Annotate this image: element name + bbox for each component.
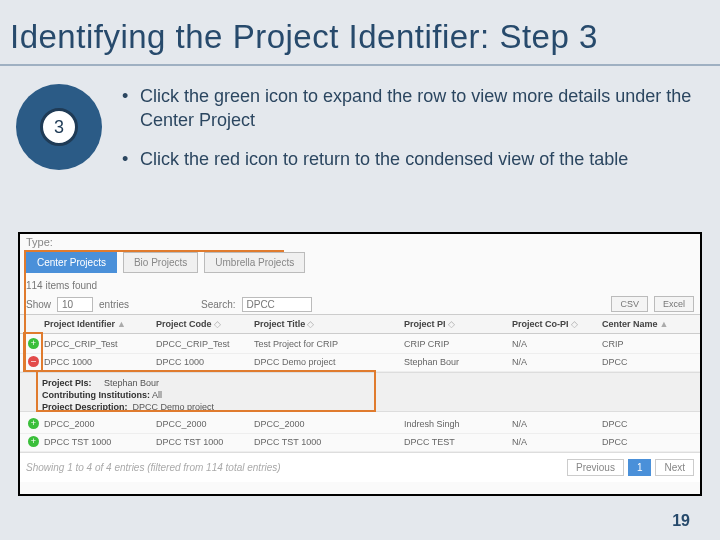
expanded-detail: Project PIs: Stephan Bour Contributing I… [20, 372, 700, 412]
table-row: – DPCC 1000 DPCC 1000 DPCC Demo project … [20, 352, 700, 372]
table-row: + DPCC_2000 DPCC_2000 DPCC_2000 Indresh … [20, 414, 700, 434]
detail-inst-value: All [152, 390, 162, 400]
col-project-identifier[interactable]: Project Identifier [44, 319, 115, 329]
cell-pi: Stephan Bour [404, 357, 512, 367]
col-project-pi[interactable]: Project PI [404, 319, 446, 329]
table-controls: Show 10 entries Search: DPCC CSV Excel [20, 296, 700, 312]
cell-title: DPCC TST 1000 [254, 437, 404, 447]
cell-center: DPCC [602, 419, 694, 429]
footer-info: Showing 1 to 4 of 4 entries (filtered fr… [26, 462, 281, 473]
search-label: Search: [201, 299, 235, 310]
col-center-name[interactable]: Center Name [602, 319, 658, 329]
type-label: Type: [26, 236, 53, 248]
cell-code: DPCC TST 1000 [156, 437, 254, 447]
detail-desc-value: DPCC Demo project [133, 402, 215, 412]
search-input[interactable]: DPCC [242, 297, 312, 312]
export-csv-button[interactable]: CSV [611, 296, 648, 312]
cell-title: DPCC_2000 [254, 419, 404, 429]
tab-bar: Center Projects Bio Projects Umbrella Pr… [26, 252, 305, 273]
tab-bio-projects[interactable]: Bio Projects [123, 252, 198, 273]
cell-copi: N/A [512, 357, 602, 367]
items-found-label: 114 items found [26, 280, 97, 291]
cell-title: Test Project for CRIP [254, 339, 404, 349]
pager: Previous 1 Next [567, 459, 694, 476]
cell-pi: CRIP CRIP [404, 339, 512, 349]
table-footer: Showing 1 to 4 of 4 entries (filtered fr… [20, 452, 700, 482]
cell-title: DPCC Demo project [254, 357, 404, 367]
cell-center: CRIP [602, 339, 694, 349]
slide-title: Identifying the Project Identifier: Step… [0, 0, 720, 64]
title-rule [0, 64, 720, 66]
tab-umbrella-projects[interactable]: Umbrella Projects [204, 252, 305, 273]
cell-code: DPCC_CRIP_Test [156, 339, 254, 349]
pager-prev[interactable]: Previous [567, 459, 624, 476]
cell-id: DPCC 1000 [44, 357, 156, 367]
show-label: Show [26, 299, 51, 310]
col-project-title[interactable]: Project Title [254, 319, 305, 329]
screenshot-panel: Type: Center Projects Bio Projects Umbre… [18, 232, 702, 496]
cell-copi: N/A [512, 419, 602, 429]
page-number: 19 [672, 512, 690, 530]
bullet-item: Click the red icon to return to the cond… [122, 147, 700, 171]
cell-pi: Indresh Singh [404, 419, 512, 429]
detail-pis-value: Stephan Bour [104, 378, 159, 388]
intro-row: 3 Click the green icon to expand the row… [0, 76, 720, 193]
cell-id: DPCC_2000 [44, 419, 156, 429]
pager-page-1[interactable]: 1 [628, 459, 652, 476]
page-size-select[interactable]: 10 [57, 297, 93, 312]
cell-copi: N/A [512, 339, 602, 349]
cell-code: DPCC 1000 [156, 357, 254, 367]
table-row: + DPCC_CRIP_Test DPCC_CRIP_Test Test Pro… [20, 334, 700, 354]
tab-center-projects[interactable]: Center Projects [26, 252, 117, 273]
col-project-copi[interactable]: Project Co-PI [512, 319, 569, 329]
entries-label: entries [99, 299, 129, 310]
bullet-item: Click the green icon to expand the row t… [122, 84, 700, 133]
detail-desc-label: Project Description: [42, 402, 128, 412]
cell-center: DPCC [602, 437, 694, 447]
export-excel-button[interactable]: Excel [654, 296, 694, 312]
expand-icon[interactable]: + [28, 418, 39, 429]
pager-next[interactable]: Next [655, 459, 694, 476]
step-badge: 3 [16, 84, 102, 170]
cell-code: DPCC_2000 [156, 419, 254, 429]
cell-id: DPCC_CRIP_Test [44, 339, 156, 349]
table-header: Project Identifier▲ Project Code◇ Projec… [20, 314, 700, 334]
bullet-list: Click the green icon to expand the row t… [122, 84, 700, 185]
collapse-icon[interactable]: – [28, 356, 39, 367]
cell-pi: DPCC TEST [404, 437, 512, 447]
expand-icon[interactable]: + [28, 436, 39, 447]
cell-id: DPCC TST 1000 [44, 437, 156, 447]
cell-center: DPCC [602, 357, 694, 367]
step-number: 3 [40, 108, 78, 146]
detail-inst-label: Contributing Institutions: [42, 390, 150, 400]
cell-copi: N/A [512, 437, 602, 447]
expand-icon[interactable]: + [28, 338, 39, 349]
col-project-code[interactable]: Project Code [156, 319, 212, 329]
detail-pis-label: Project PIs: [42, 378, 92, 388]
table-row: + DPCC TST 1000 DPCC TST 1000 DPCC TST 1… [20, 432, 700, 452]
